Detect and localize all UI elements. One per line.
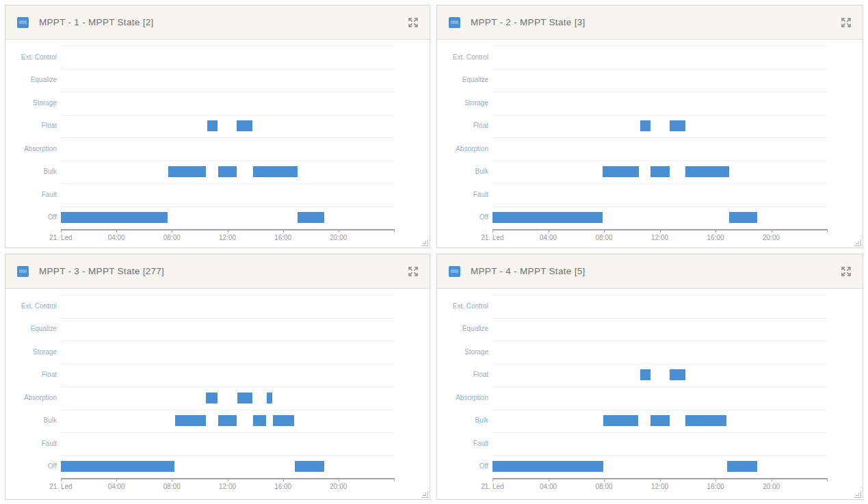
x-axis-label: 12:00: [219, 234, 236, 242]
state-bar-off[interactable]: [61, 461, 174, 472]
grid-line: [61, 137, 394, 138]
chart-widget-icon: [449, 266, 460, 277]
x-axis-label: 16:00: [707, 234, 724, 242]
y-axis-label-absorption: Absorption: [437, 145, 488, 153]
state-bar-off[interactable]: [295, 461, 324, 472]
state-bar-bulk[interactable]: [685, 415, 726, 426]
state-bar-off[interactable]: [61, 212, 168, 223]
state-bar-absorption[interactable]: [237, 393, 252, 403]
grid-line: [61, 92, 394, 92]
y-axis-label-fault: Fault: [5, 440, 57, 448]
state-bar-off[interactable]: [492, 461, 603, 472]
grid-line: [492, 432, 827, 433]
resize-corner-icon[interactable]: [421, 491, 428, 498]
x-axis-tick: [116, 478, 117, 481]
grid-line: [61, 161, 394, 161]
dashboard-grid: MPPT - 1 - MPPT State [2] Ext. ControlEq…: [0, 0, 868, 504]
x-axis-tick: [339, 229, 339, 233]
state-bar-bulk[interactable]: [168, 166, 206, 177]
grid-line: [492, 92, 827, 92]
x-axis-tick: [228, 229, 228, 233]
mppt-state-chart: Ext. ControlEqualizeStorageFloatAbsorpti…: [437, 289, 863, 496]
state-bar-off[interactable]: [492, 212, 603, 223]
x-axis-tick: [827, 229, 828, 233]
grid-line: [61, 410, 394, 410]
y-axis-label-bulk: Bulk: [437, 168, 488, 176]
state-bar-absorption[interactable]: [206, 393, 218, 403]
state-bar-bulk[interactable]: [273, 415, 293, 426]
x-axis-label: 04:00: [540, 234, 557, 242]
mppt-state-chart: Ext. ControlEqualizeStorageFloatAbsorpti…: [437, 40, 863, 248]
y-axis-label-storage: Storage: [5, 348, 57, 356]
x-axis-label: 21. Led: [49, 483, 72, 491]
state-bar-off[interactable]: [298, 212, 324, 223]
state-bar-bulk[interactable]: [253, 166, 298, 177]
state-bar-bulk[interactable]: [603, 415, 638, 426]
y-axis-label-storage: Storage: [437, 99, 488, 107]
grid-line: [61, 318, 394, 319]
resize-corner-icon[interactable]: [421, 239, 428, 246]
x-axis-tick: [61, 478, 62, 481]
x-axis-label: 08:00: [163, 483, 181, 491]
resize-corner-icon[interactable]: [854, 239, 861, 246]
state-bar-float[interactable]: [670, 120, 685, 131]
state-bar-bulk[interactable]: [650, 166, 670, 177]
expand-arrows-icon[interactable]: [407, 16, 419, 29]
state-bar-float[interactable]: [207, 120, 218, 131]
expand-arrows-icon[interactable]: [407, 265, 419, 278]
y-axis-label-absorption: Absorption: [437, 394, 488, 402]
panel-header: MPPT - 4 - MPPT State [5]: [437, 254, 863, 289]
expand-arrows-icon[interactable]: [840, 16, 852, 29]
y-axis-label-fault: Fault: [5, 191, 57, 199]
state-bar-bulk[interactable]: [650, 415, 670, 426]
state-bar-absorption[interactable]: [267, 393, 272, 403]
state-bar-bulk[interactable]: [603, 166, 639, 177]
x-axis-tick: [492, 478, 493, 481]
state-bar-float[interactable]: [670, 369, 685, 380]
chart-widget-icon: [17, 17, 29, 28]
y-axis-label-ext-control: Ext. Control: [5, 53, 57, 62]
state-bar-float[interactable]: [237, 120, 252, 131]
x-axis-tick: [394, 478, 395, 481]
state-bar-bulk[interactable]: [218, 166, 236, 177]
x-axis-label: 16:00: [274, 483, 291, 491]
x-axis-tick: [283, 229, 284, 233]
state-bar-bulk[interactable]: [218, 415, 236, 426]
grid-line: [492, 137, 827, 138]
x-axis-tick: [660, 229, 661, 233]
grid-line: [492, 295, 827, 295]
panel-title: MPPT - 2 - MPPT State [3]: [471, 17, 586, 27]
chart-widget-icon: [17, 266, 29, 277]
panel-header: MPPT - 3 - MPPT State [277]: [5, 254, 430, 289]
state-bar-off[interactable]: [729, 212, 757, 223]
x-axis-label: 04:00: [108, 483, 125, 491]
x-axis-label: 20:00: [763, 234, 780, 242]
x-axis-tick: [715, 478, 716, 481]
state-bar-off[interactable]: [727, 461, 757, 472]
mppt-state-chart: Ext. ControlEqualizeStorageFloatAbsorpti…: [5, 40, 430, 248]
chart-panel-mppt-3: MPPT - 3 - MPPT State [277] Ext. Control…: [5, 254, 430, 500]
state-bar-float[interactable]: [640, 369, 650, 380]
grid-line: [492, 46, 827, 47]
x-axis-tick: [772, 229, 772, 233]
grid-line: [61, 46, 394, 47]
y-axis-label-fault: Fault: [437, 191, 488, 199]
grid-line: [492, 364, 827, 364]
x-axis-label: 16:00: [707, 483, 724, 491]
chart-widget-icon: [449, 17, 460, 28]
resize-corner-icon[interactable]: [854, 491, 861, 498]
x-axis-tick: [772, 478, 772, 481]
x-axis-tick: [549, 478, 549, 481]
expand-arrows-icon[interactable]: [840, 265, 852, 278]
y-axis-label-equalize: Equalize: [5, 76, 57, 84]
chart-panel-mppt-4: MPPT - 4 - MPPT State [5] Ext. ControlEq…: [436, 254, 863, 500]
y-axis-label-bulk: Bulk: [5, 416, 57, 425]
state-bar-bulk[interactable]: [253, 415, 266, 426]
state-bar-float[interactable]: [640, 120, 650, 131]
x-axis-label: 20:00: [330, 234, 347, 242]
grid-line: [61, 183, 394, 184]
state-bar-bulk[interactable]: [685, 166, 729, 177]
y-axis-label-float: Float: [437, 371, 488, 379]
grid-line: [492, 115, 827, 116]
state-bar-bulk[interactable]: [175, 415, 206, 426]
